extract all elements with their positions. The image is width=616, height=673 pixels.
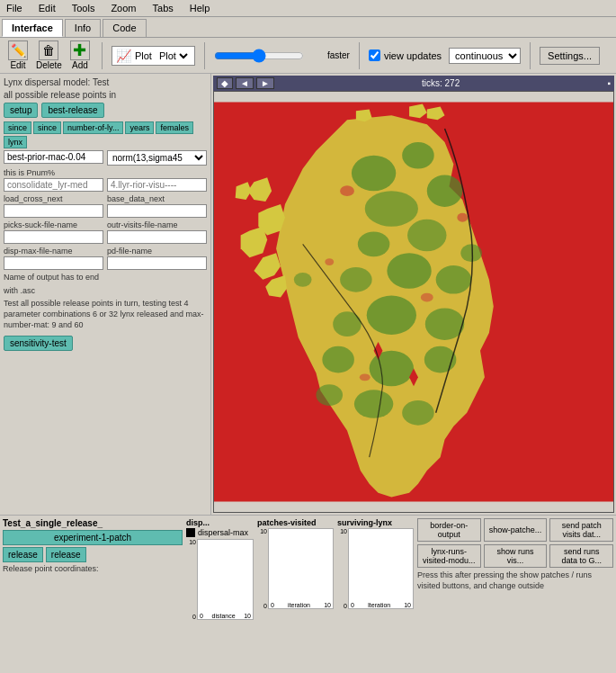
bottom-left-panel: Test_a_single_release_ experiment-1-patc… [3,518,183,673]
input-row-3: picks-suck-file-name outr-visits-file-na… [4,220,207,244]
picks-field[interactable] [4,230,103,244]
input1-wrapper [4,178,103,192]
disp-x-label: distance [212,613,236,619]
surviving-y-axis: 10 0 [337,528,348,609]
right-desc-text: Press this after pressing the show patch… [417,570,613,591]
toolbar: ✏️ Edit 🗑 Delete ✚ Add 📈 Plot Plot faste… [0,38,616,74]
plot-label: Plot [135,50,152,61]
svg-point-22 [457,213,468,222]
disp-max-field[interactable] [4,256,103,270]
setup-row: setup best-release [4,103,207,118]
map-nav-right[interactable]: ► [256,77,274,89]
svg-point-1 [352,156,396,191]
small-btn-4[interactable]: females [156,121,193,134]
patches-x-min: 0 [271,602,274,608]
speed-slider[interactable] [214,49,304,63]
edit-label: Edit [10,60,25,70]
map-nav-fill[interactable]: ◆ [217,77,233,89]
menu-zoom[interactable]: Zoom [108,2,138,14]
svg-point-5 [407,220,446,252]
border-output-button[interactable]: border-on-output [417,518,481,542]
dropdown2-field[interactable]: norm(13,sigma45 [107,150,207,166]
pd-field[interactable] [107,256,207,270]
input2-wrapper [107,178,207,192]
send-patch-visits-button[interactable]: send patch visits dat... [549,518,613,542]
menu-tools[interactable]: Tools [69,2,98,14]
surviving-chart-content: 0 Iteration 10 [348,528,414,609]
small-btn-2[interactable]: number-of-ly... [63,121,123,134]
svg-point-12 [333,311,362,336]
consolidate-field[interactable] [4,178,103,192]
release1-button[interactable]: release [3,547,43,562]
patches-y-axis: 10 0 [257,528,268,609]
svg-point-23 [325,258,334,265]
add-icon: ✚ [70,40,90,60]
patches-chart-content: 0 iteration 10 [268,528,334,609]
delete-label: Delete [36,60,62,70]
view-updates-checkbox[interactable] [369,49,380,61]
menu-file[interactable]: File [4,2,25,14]
disp-x-min: 0 [200,613,203,619]
plot-dropdown[interactable]: 📈 Plot Plot [112,46,195,66]
patches-y-min: 0 [257,603,267,609]
sensitivity-test-button[interactable]: sensitivity-test [4,336,73,351]
add-button[interactable]: ✚ Add [67,40,93,70]
lynx-runs-visited-button[interactable]: lynx-runs-visited-modu... [417,544,481,568]
small-btn-5[interactable]: lynx [4,136,27,148]
svg-point-25 [360,373,370,381]
delete-button[interactable]: 🗑 Delete [36,40,62,70]
outr-field[interactable] [107,230,207,244]
load-cross-field[interactable] [4,204,103,218]
menu-tabs[interactable]: Tabs [150,2,176,14]
map-close-icon[interactable]: ▪ [607,78,611,88]
svg-point-17 [402,400,434,426]
toolbar-separator4 [530,42,531,69]
menu-help[interactable]: Help [187,2,213,14]
plot-select[interactable]: Plot [156,49,191,62]
map-titlebar: ◆ ◄ ► ticks: 272 ▪ [213,76,614,91]
small-btn-1[interactable]: since [33,121,61,134]
tabbar: Interface Info Code [0,17,616,38]
show-runs-vis-button[interactable]: show runs vis... [484,544,548,568]
dropdown1-field[interactable] [4,150,103,164]
surviving-x-max: 10 [404,602,411,608]
dropdown1-wrapper [4,150,103,166]
patches-x-max: 10 [324,602,331,608]
disp-chart-content: 0 distance 10 [197,539,254,620]
continuous-dropdown[interactable]: continuous [449,48,521,64]
patches-x-label: iteration [288,602,310,608]
edit-button[interactable]: ✏️ Edit [5,40,31,70]
tab-interface[interactable]: Interface [2,19,63,37]
menu-edit[interactable]: Edit [36,2,58,14]
small-btn-0[interactable]: since [4,121,31,134]
map-nav-left[interactable]: ◄ [236,77,254,89]
surviving-x-label: Iteration [368,602,390,608]
left-panel: Lynx dispersal model: Test all possible … [0,74,211,515]
lyr-rior-field[interactable] [107,178,207,192]
base-data-label: base_data_next [107,194,207,203]
experiment-button[interactable]: experiment-1-patch [3,530,183,545]
input8-wrapper: pd-file-name [107,247,207,270]
bottom-panel: Test_a_single_release_ experiment-1-patc… [0,515,616,673]
svg-point-13 [322,346,354,373]
dispersal-square [186,528,195,537]
patches-chart-wrapper: patches-visited 10 0 0 iteration 10 [257,518,334,673]
svg-point-16 [354,390,393,418]
send-runs-data-button[interactable]: send runs data to G... [549,544,613,568]
settings-button[interactable]: Settings... [540,47,600,65]
small-btn-3[interactable]: years [125,121,154,134]
show-patches-button[interactable]: show-patche... [484,518,548,542]
input7-wrapper: disp-max-file-name [4,247,103,270]
best-release-button[interactable]: best-release [41,103,103,118]
dropdown-row: norm(13,sigma45 [4,150,207,166]
release2-button[interactable]: release [46,547,86,562]
tab-info[interactable]: Info [65,19,101,37]
base-data-field[interactable] [107,204,207,218]
input3-wrapper: load_cross_next [4,194,103,218]
note1: Name of output has to end [4,273,207,283]
disp-chart-wrapper: disp... dispersal-max 10 0 0 distance 10 [186,518,254,673]
speed-area: faster [327,50,350,60]
tab-code[interactable]: Code [103,19,146,37]
setup-button[interactable]: setup [4,103,38,118]
disp-chart-title: disp... [186,518,254,527]
